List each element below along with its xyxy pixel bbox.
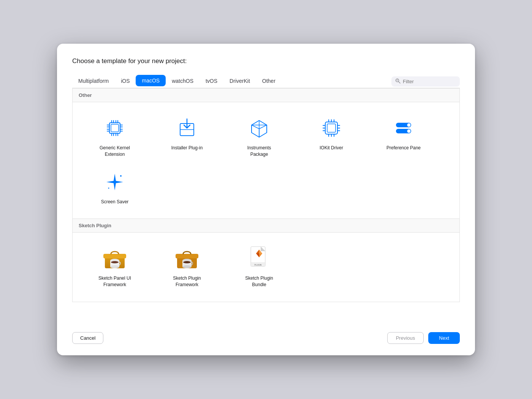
filter-input[interactable] xyxy=(403,79,456,84)
svg-line-29 xyxy=(259,125,267,129)
next-button[interactable]: Next xyxy=(428,332,460,344)
tab-tvos[interactable]: tvOS xyxy=(200,75,223,88)
tab-other[interactable]: Other xyxy=(256,75,282,88)
tab-multiplatform[interactable]: Multiplatform xyxy=(72,75,115,88)
template-preference-pane[interactable]: Preference Pane xyxy=(367,110,440,164)
tab-list: Multiplatform iOS macOS watchOS tvOS Dri… xyxy=(72,75,391,88)
sketch-section: Sketch Plugin xyxy=(72,219,460,302)
cancel-button[interactable]: Cancel xyxy=(72,332,103,344)
tab-bar: Multiplatform iOS macOS watchOS tvOS Dri… xyxy=(72,73,460,88)
other-section: Other xyxy=(72,88,460,219)
toggle-icon xyxy=(391,116,416,140)
sketch-section-header: Sketch Plugin xyxy=(73,219,459,233)
footer-right: Previous Next xyxy=(387,332,460,344)
sketch-framework-icon xyxy=(175,246,199,271)
new-project-dialog: Choose a template for your new project: … xyxy=(57,44,475,355)
svg-rect-53 xyxy=(103,254,126,258)
svg-rect-59 xyxy=(176,254,198,258)
box-icon xyxy=(247,116,271,140)
template-sketch-panel-ui[interactable]: Sketch Panel UIFramework xyxy=(79,240,151,294)
other-section-items: Generic KernelExtension xyxy=(73,102,459,218)
sketch-panel-ui-label: Sketch Panel UIFramework xyxy=(98,275,131,288)
template-sketch-plugin-bundle[interactable]: PLUGIN Sketch PluginBundle xyxy=(223,240,295,294)
screen-saver-label: Screen Saver xyxy=(101,199,129,205)
preference-pane-label: Preference Pane xyxy=(386,145,421,151)
template-generic-kernel[interactable]: Generic KernelExtension xyxy=(79,110,151,164)
sketch-bundle-icon: PLUGIN xyxy=(247,246,271,271)
sketch-plugin-bundle-label: Sketch PluginBundle xyxy=(245,275,273,288)
tab-macos[interactable]: macOS xyxy=(136,75,166,86)
generic-kernel-label: Generic KernelExtension xyxy=(100,145,130,158)
filter-container xyxy=(391,76,460,87)
svg-point-50 xyxy=(108,187,109,188)
filter-icon xyxy=(395,78,401,85)
template-iokit-driver[interactable]: IOKit Driver xyxy=(295,110,367,164)
previous-button[interactable]: Previous xyxy=(387,332,424,344)
svg-line-28 xyxy=(252,125,259,129)
svg-point-63 xyxy=(183,261,191,263)
iokit-driver-label: IOKit Driver xyxy=(320,145,343,151)
tab-driverkit[interactable]: DriverKit xyxy=(223,75,256,88)
sketch-section-items: Sketch Panel UIFramework xyxy=(73,233,459,302)
svg-rect-32 xyxy=(327,124,336,132)
svg-point-48 xyxy=(407,130,411,133)
iokit-icon xyxy=(319,116,344,140)
tab-ios[interactable]: iOS xyxy=(115,75,136,88)
chip-icon xyxy=(103,116,127,140)
filter-input-wrapper xyxy=(391,76,460,87)
template-installer-plugin[interactable]: Installer Plug-in xyxy=(151,110,223,164)
sketch-plugin-framework-label: Sketch PluginFramework xyxy=(173,275,201,288)
dialog-footer: Cancel Previous Next xyxy=(72,332,460,344)
template-instruments-package[interactable]: InstrumentsPackage xyxy=(223,110,295,164)
svg-text:PLUGIN: PLUGIN xyxy=(255,264,262,266)
svg-point-62 xyxy=(182,265,192,268)
content-area: Other xyxy=(72,88,460,323)
template-sketch-plugin-framework[interactable]: Sketch PluginFramework xyxy=(151,240,223,294)
other-section-header: Other xyxy=(73,89,459,102)
svg-rect-6 xyxy=(111,124,119,132)
installer-plugin-label: Installer Plug-in xyxy=(171,145,203,151)
instruments-package-label: InstrumentsPackage xyxy=(247,145,271,158)
svg-point-56 xyxy=(110,265,119,268)
svg-point-57 xyxy=(111,261,119,263)
sparkle-icon xyxy=(103,170,127,194)
tab-watchos[interactable]: watchOS xyxy=(166,75,200,88)
svg-point-46 xyxy=(407,124,411,127)
dialog-title: Choose a template for your new project: xyxy=(72,57,460,65)
sketch-panel-icon xyxy=(103,246,127,271)
template-screen-saver[interactable]: Screen Saver xyxy=(79,164,151,211)
svg-line-1 xyxy=(399,81,401,83)
installer-icon xyxy=(175,116,199,140)
svg-point-49 xyxy=(120,175,122,177)
